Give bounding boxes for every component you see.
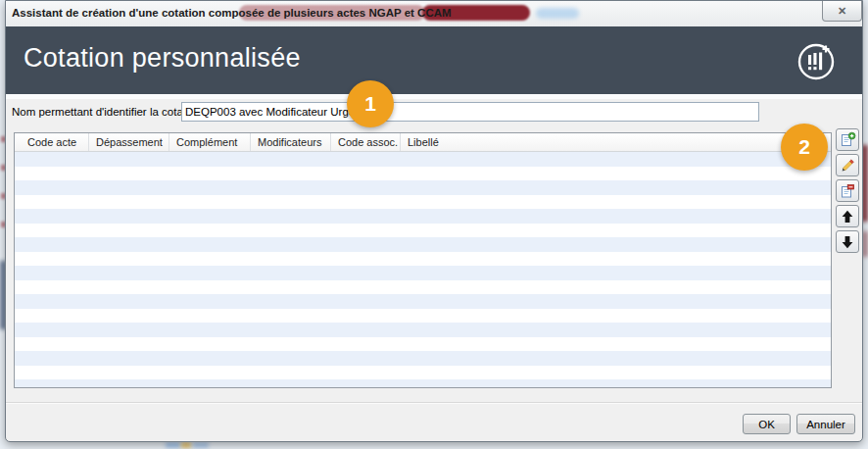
table-row[interactable] — [15, 294, 831, 309]
ok-button[interactable]: OK — [743, 414, 791, 434]
move-up-button[interactable] — [836, 205, 859, 227]
background-artifact — [166, 442, 180, 448]
background-artifact — [181, 442, 191, 448]
column-header-depassement[interactable]: Dépassement — [89, 133, 169, 151]
arrow-up-icon — [840, 209, 855, 224]
annotation-badge-1: 1 — [347, 80, 394, 127]
header-band: Cotation personnalisée — [6, 26, 862, 94]
column-header-code-assoc[interactable]: Code assoc. — [331, 133, 401, 151]
acts-table: Code acte Dépassement Complément Modific… — [14, 132, 832, 388]
page-title: Cotation personnalisée — [24, 43, 301, 74]
table-row[interactable] — [15, 195, 831, 210]
column-header-complement[interactable]: Complément — [169, 133, 251, 151]
table-row[interactable] — [15, 152, 831, 167]
footer-divider — [6, 402, 862, 404]
band-bottom-strip — [6, 94, 862, 99]
table-row[interactable] — [15, 337, 831, 352]
table-row[interactable] — [15, 252, 831, 267]
table-row[interactable] — [15, 237, 831, 252]
move-down-button[interactable] — [836, 230, 859, 253]
table-row[interactable] — [15, 379, 831, 388]
dialog-window: Assistant de création d'une cotation com… — [5, 0, 863, 442]
table-row[interactable] — [15, 224, 831, 238]
table-row[interactable] — [15, 351, 831, 366]
cotation-name-label: Nom permettant d'identifier la cotation … — [12, 106, 208, 118]
annotation-badge-2: 2 — [781, 124, 828, 171]
edit-act-button[interactable] — [836, 154, 859, 176]
remove-act-button[interactable] — [836, 179, 859, 202]
column-header-modificateurs[interactable]: Modificateurs — [251, 133, 331, 151]
close-button[interactable]: ✕ — [822, 1, 862, 22]
arrow-down-icon — [840, 234, 855, 250]
document-add-icon — [840, 131, 856, 148]
table-row[interactable] — [15, 266, 831, 280]
table-row[interactable] — [15, 167, 831, 181]
table-row[interactable] — [15, 209, 831, 224]
table-row[interactable] — [15, 309, 831, 324]
window-title: Assistant de création d'une cotation com… — [12, 7, 452, 19]
table-row[interactable] — [15, 323, 831, 337]
close-icon: ✕ — [838, 6, 846, 17]
acts-toolbar — [836, 128, 861, 253]
add-act-button[interactable] — [836, 128, 859, 151]
column-header-libelle[interactable]: Libellé — [401, 133, 831, 151]
pencil-icon — [840, 157, 856, 174]
table-body — [15, 152, 831, 388]
column-header-code-acte[interactable]: Code acte — [15, 133, 89, 151]
screen: Assistant de création d'une cotation com… — [0, 0, 868, 449]
background-artifact — [193, 442, 209, 448]
table-row[interactable] — [15, 180, 831, 195]
cotation-plus-icon — [796, 39, 839, 82]
document-remove-icon — [840, 182, 856, 199]
table-header-row: Code acte Dépassement Complément Modific… — [15, 133, 831, 152]
cancel-button[interactable]: Annuler — [796, 414, 855, 434]
cotation-name-input[interactable] — [181, 102, 759, 122]
table-row[interactable] — [15, 280, 831, 295]
title-bar: Assistant de création d'une cotation com… — [6, 1, 862, 26]
redaction-blur — [536, 8, 579, 19]
table-row[interactable] — [15, 366, 831, 380]
